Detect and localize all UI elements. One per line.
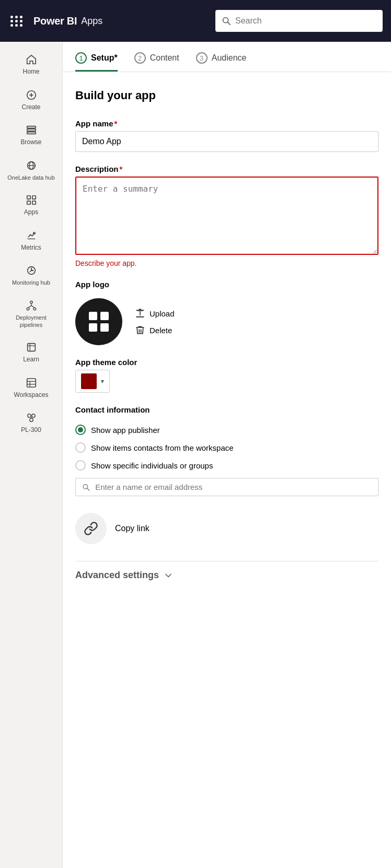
copy-link-button[interactable]	[75, 513, 107, 544]
app-logo-preview	[75, 298, 122, 345]
setup-form: Build your app App name* Description* De…	[63, 72, 391, 606]
sidebar-item-label: OneLake data hub	[7, 174, 55, 181]
radio-show-specific[interactable]: Show specific individuals or groups	[75, 460, 378, 471]
radio-show-workspace[interactable]: Show items contacts from the workspace	[75, 442, 378, 453]
sidebar-item-label: Browse	[20, 138, 41, 147]
sidebar-item-onelake[interactable]: OneLake data hub	[0, 154, 62, 186]
svg-point-34	[31, 414, 34, 417]
svg-rect-12	[32, 196, 35, 199]
sidebar-item-metrics[interactable]: Metrics	[0, 224, 62, 257]
logo-icon	[86, 309, 112, 335]
svg-point-22	[33, 308, 36, 310]
svg-rect-14	[32, 201, 35, 204]
app-name-input[interactable]	[75, 131, 378, 152]
description-label: Description*	[75, 165, 378, 173]
svg-line-25	[31, 306, 34, 308]
sidebar-item-label: Monitoring hub	[12, 279, 50, 286]
svg-rect-7	[27, 132, 36, 134]
sidebar-item-label: Learn	[23, 356, 39, 364]
chevron-down-icon	[163, 570, 174, 581]
svg-line-19	[30, 271, 31, 272]
color-picker-button[interactable]: ▾	[75, 370, 110, 393]
svg-rect-13	[27, 201, 30, 204]
svg-rect-11	[27, 196, 30, 199]
sidebar-item-label: Workspaces	[14, 391, 49, 400]
onelake-icon	[25, 159, 38, 172]
radio-workspace-circle	[75, 442, 86, 453]
svg-rect-39	[100, 312, 109, 320]
color-picker-row: ▾	[75, 370, 378, 393]
color-swatch	[81, 373, 97, 389]
sidebar-item-browse[interactable]: Browse	[0, 119, 62, 152]
svg-rect-26	[27, 344, 35, 351]
upload-label: Upload	[150, 309, 175, 318]
contact-search-icon	[82, 483, 90, 491]
svg-line-24	[28, 306, 31, 308]
logo-row: Upload Delete	[75, 298, 378, 345]
delete-icon	[135, 325, 145, 335]
contact-search-input[interactable]	[95, 483, 372, 491]
tab-number-3: 3	[196, 52, 208, 64]
sidebar-item-label: Deployment pipelines	[4, 314, 58, 329]
waffle-icon[interactable]	[8, 14, 25, 29]
home-icon	[25, 53, 38, 66]
sidebar-item-monitoring[interactable]: Monitoring hub	[0, 259, 62, 291]
advanced-settings-label: Advanced settings	[75, 570, 159, 581]
svg-rect-41	[100, 323, 109, 332]
apps-icon	[25, 194, 38, 206]
browse-icon	[25, 124, 38, 136]
tab-audience[interactable]: 3 Audience	[196, 52, 247, 72]
sidebar-item-home[interactable]: Home	[0, 48, 62, 81]
app-layout: Home Create Browse	[0, 42, 391, 868]
svg-rect-29	[27, 379, 36, 388]
description-input[interactable]	[75, 177, 378, 255]
sidebar-item-pl300[interactable]: PL-300	[0, 406, 62, 440]
svg-point-21	[27, 308, 29, 310]
contact-section: Contact information Show app publisher S…	[75, 405, 378, 496]
wizard-tabs: 1 Setup* 2 Content 3 Audience	[63, 42, 391, 72]
tab-content[interactable]: 2 Content	[134, 52, 179, 72]
search-icon	[222, 16, 231, 26]
tab-setup[interactable]: 1 Setup*	[75, 52, 118, 72]
sidebar: Home Create Browse	[0, 42, 63, 868]
topbar-apps-label: Apps	[81, 16, 102, 27]
sidebar-item-workspaces[interactable]: Workspaces	[0, 371, 62, 405]
tab-number-2: 2	[134, 52, 146, 64]
chevron-down-icon: ▾	[101, 378, 104, 385]
copy-link-row: Copy link	[75, 513, 378, 544]
sidebar-item-learn[interactable]: Learn	[0, 336, 62, 369]
radio-publisher-circle	[75, 425, 86, 435]
sidebar-item-deployment[interactable]: Deployment pipelines	[0, 294, 62, 334]
radio-workspace-label: Show items contacts from the workspace	[91, 443, 234, 452]
radio-show-publisher[interactable]: Show app publisher	[75, 425, 378, 435]
contact-label: Contact information	[75, 405, 378, 414]
description-field: Description* Describe your app.	[75, 165, 378, 267]
delete-button[interactable]: Delete	[135, 325, 175, 335]
svg-rect-6	[27, 129, 36, 131]
copy-link-icon	[84, 521, 98, 536]
topbar: Power BI Apps	[0, 0, 391, 42]
sidebar-item-create[interactable]: Create	[0, 84, 62, 117]
app-name-field: App name*	[75, 119, 378, 152]
create-icon	[25, 89, 38, 101]
app-name-label: App name*	[75, 119, 378, 128]
tab-audience-label: Audience	[212, 53, 247, 63]
contact-search-box[interactable]	[75, 478, 378, 496]
search-box[interactable]	[215, 10, 383, 32]
tab-number-1: 1	[75, 52, 87, 64]
svg-point-35	[29, 418, 32, 421]
radio-specific-label: Show specific individuals or groups	[91, 461, 213, 470]
sidebar-item-apps[interactable]: Apps	[0, 189, 62, 222]
search-input[interactable]	[235, 16, 376, 26]
main-content: 1 Setup* 2 Content 3 Audience Build your…	[63, 42, 391, 868]
radio-publisher-label: Show app publisher	[91, 426, 160, 435]
advanced-settings-row[interactable]: Advanced settings	[75, 561, 378, 589]
description-error: Describe your app.	[75, 259, 378, 267]
copy-link-label: Copy link	[115, 524, 150, 533]
theme-color-label: App theme color	[75, 358, 378, 367]
svg-point-33	[27, 414, 30, 417]
upload-button[interactable]: Upload	[135, 308, 175, 319]
sidebar-item-label: Apps	[24, 208, 38, 217]
sidebar-item-label: Create	[21, 103, 40, 112]
radio-specific-circle	[75, 460, 86, 471]
